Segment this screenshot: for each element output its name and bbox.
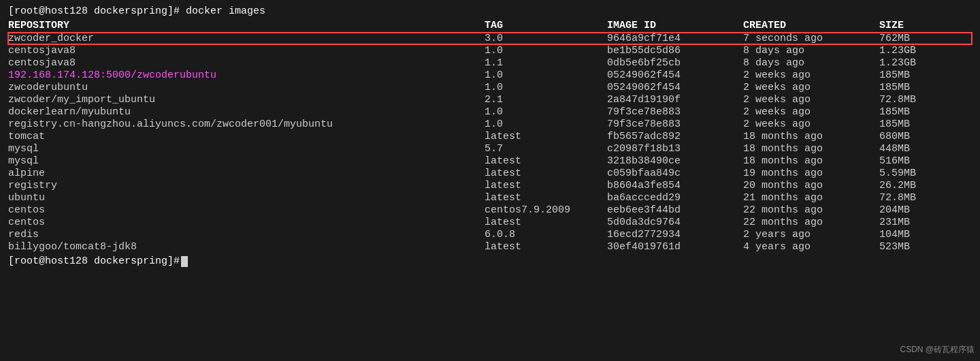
- row-size: 26.2MB: [879, 180, 961, 191]
- row-size: 5.59MB: [879, 168, 961, 179]
- row-id: 2a847d19190f: [607, 94, 743, 106]
- table-row: alpinelatestc059bfaa849c19 months ago5.5…: [8, 168, 972, 179]
- row-id: 0db5e6bf25cb: [607, 57, 743, 69]
- row-id: 79f3ce78e883: [607, 106, 743, 118]
- prompt-line: [root@host128 dockerspring]#: [8, 255, 972, 267]
- row-id: b8604a3fe854: [607, 180, 743, 191]
- table-row: billygoo/tomcat8-jdk8latest30ef4019761d4…: [8, 241, 972, 253]
- row-tag: 6.0.8: [485, 229, 607, 240]
- table-row: centoslatest5d0da3dc976422 months ago231…: [8, 217, 972, 228]
- row-repo: registry.cn-hangzhou.aliyuncs.com/zwcode…: [8, 119, 485, 130]
- header-size: SIZE: [879, 20, 961, 31]
- row-size: 204MB: [879, 204, 961, 216]
- row-created: 22 months ago: [743, 217, 879, 228]
- row-created: 8 days ago: [743, 45, 879, 57]
- row-id: c059bfaa849c: [607, 168, 743, 179]
- row-tag: 2.1: [485, 94, 607, 106]
- table-row: zwcoder_docker3.09646a9cf71e47 seconds a…: [8, 33, 972, 44]
- table-row: dockerlearn/myubuntu1.079f3ce78e8832 wee…: [8, 106, 972, 118]
- row-repo: tomcat: [8, 131, 485, 142]
- row-repo: redis: [8, 229, 485, 240]
- row-created: 19 months ago: [743, 168, 879, 179]
- row-tag: latest: [485, 192, 607, 204]
- row-id: 05249062f454: [607, 82, 743, 93]
- table-row: zwcoderubuntu1.005249062f4542 weeks ago1…: [8, 82, 972, 93]
- table-row: mysqllatest3218b38490ce18 months ago516M…: [8, 155, 972, 167]
- row-size: 185MB: [879, 82, 961, 93]
- table-row: mysql5.7c20987f18b1318 months ago448MB: [8, 143, 972, 155]
- row-repo: centosjava8: [8, 45, 485, 57]
- row-created: 2 weeks ago: [743, 119, 879, 130]
- table-row: centosjava81.0be1b55dc5d868 days ago1.23…: [8, 45, 972, 57]
- row-created: 4 years ago: [743, 241, 879, 253]
- row-tag: latest: [485, 168, 607, 179]
- row-size: 231MB: [879, 217, 961, 228]
- table-row: centosjava81.10db5e6bf25cb8 days ago1.23…: [8, 57, 972, 69]
- row-id: c20987f18b13: [607, 143, 743, 155]
- row-id: 3218b38490ce: [607, 155, 743, 167]
- row-repo: centos: [8, 217, 485, 228]
- table-header: REPOSITORY TAG IMAGE ID CREATED SIZE: [8, 20, 972, 31]
- watermark: CSDN @砖瓦程序猿: [900, 344, 975, 356]
- table-body: zwcoder_docker3.09646a9cf71e47 seconds a…: [8, 33, 972, 253]
- row-tag: 1.0: [485, 119, 607, 130]
- row-id: ba6acccedd29: [607, 192, 743, 204]
- row-id: eeb6ee3f44bd: [607, 204, 743, 216]
- row-size: 72.8MB: [879, 94, 961, 106]
- row-size: 448MB: [879, 143, 961, 155]
- row-created: 7 seconds ago: [743, 33, 879, 44]
- row-tag: 3.0: [485, 33, 607, 44]
- row-repo: zwcoder_docker: [8, 33, 485, 44]
- row-size: 762MB: [879, 33, 961, 44]
- row-repo: zwcoder/my_import_ubuntu: [8, 94, 485, 106]
- row-tag: 1.0: [485, 106, 607, 118]
- row-tag: centos7.9.2009: [485, 204, 607, 216]
- row-size: 1.23GB: [879, 45, 961, 57]
- row-repo: alpine: [8, 168, 485, 179]
- header-repo: REPOSITORY: [8, 20, 485, 31]
- row-size: 104MB: [879, 229, 961, 240]
- row-created: 2 weeks ago: [743, 106, 879, 118]
- row-id: 30ef4019761d: [607, 241, 743, 253]
- row-created: 21 months ago: [743, 192, 879, 204]
- cursor: [181, 256, 188, 267]
- row-repo: zwcoderubuntu: [8, 82, 485, 93]
- table-row: ubuntulatestba6acccedd2921 months ago72.…: [8, 192, 972, 204]
- row-id: 16ecd2772934: [607, 229, 743, 240]
- row-created: 20 months ago: [743, 180, 879, 191]
- row-size: 680MB: [879, 131, 961, 142]
- row-id: be1b55dc5d86: [607, 45, 743, 57]
- row-id: 79f3ce78e883: [607, 119, 743, 130]
- row-repo: centosjava8: [8, 57, 485, 69]
- table-row: 192.168.174.128:5000/zwcoderubuntu1.0052…: [8, 69, 972, 81]
- row-created: 2 weeks ago: [743, 69, 879, 81]
- header-tag: TAG: [485, 20, 607, 31]
- row-id: fb5657adc892: [607, 131, 743, 142]
- header-id: IMAGE ID: [607, 20, 743, 31]
- row-tag: 5.7: [485, 143, 607, 155]
- row-tag: 1.1: [485, 57, 607, 69]
- row-tag: latest: [485, 180, 607, 191]
- row-size: 185MB: [879, 119, 961, 130]
- row-size: 516MB: [879, 155, 961, 167]
- row-created: 22 months ago: [743, 204, 879, 216]
- row-repo: ubuntu: [8, 192, 485, 204]
- row-repo: registry: [8, 180, 485, 191]
- table-row: registrylatestb8604a3fe85420 months ago2…: [8, 180, 972, 191]
- row-created: 2 weeks ago: [743, 82, 879, 93]
- row-created: 2 years ago: [743, 229, 879, 240]
- row-size: 1.23GB: [879, 57, 961, 69]
- row-tag: latest: [485, 155, 607, 167]
- row-created: 18 months ago: [743, 131, 879, 142]
- row-tag: 1.0: [485, 69, 607, 81]
- row-repo: 192.168.174.128:5000/zwcoderubuntu: [8, 69, 485, 81]
- row-id: 5d0da3dc9764: [607, 217, 743, 228]
- row-size: 185MB: [879, 106, 961, 118]
- table-row: centoscentos7.9.2009eeb6ee3f44bd22 month…: [8, 204, 972, 216]
- table-row: registry.cn-hangzhou.aliyuncs.com/zwcode…: [8, 119, 972, 130]
- table-row: zwcoder/my_import_ubuntu2.12a847d19190f2…: [8, 94, 972, 106]
- row-created: 18 months ago: [743, 155, 879, 167]
- row-size: 185MB: [879, 69, 961, 81]
- row-id: 9646a9cf71e4: [607, 33, 743, 44]
- row-created: 8 days ago: [743, 57, 879, 69]
